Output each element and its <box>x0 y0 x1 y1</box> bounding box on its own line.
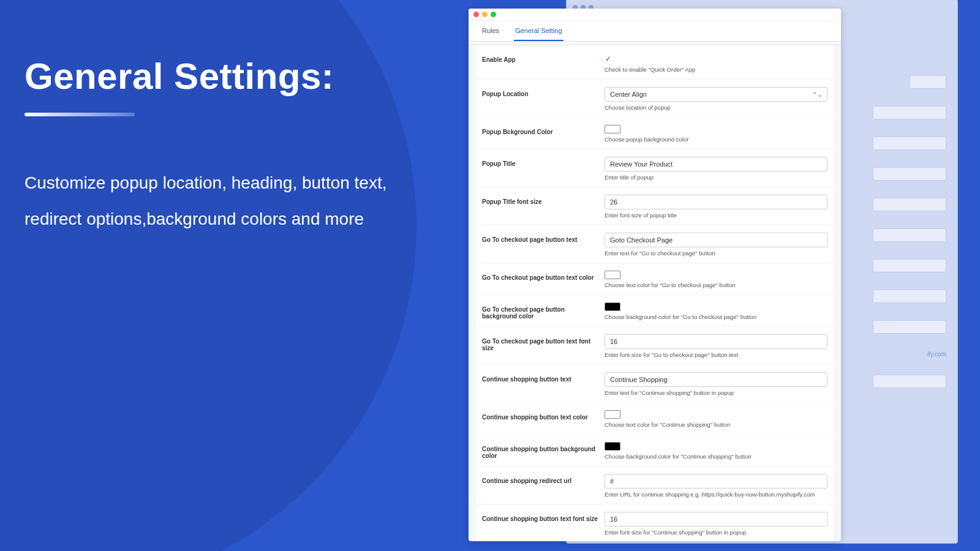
label-cont-text-color: Continue shopping button text color <box>482 410 605 421</box>
hint-goto-font-size: Enter font size for "Go to checkout page… <box>605 351 827 358</box>
label-goto-text: Go To checkout page button text <box>482 233 605 243</box>
hint-goto-bg-color: Choose background color for "Go to check… <box>605 313 827 320</box>
popup-title-input[interactable] <box>605 157 827 171</box>
window-close-icon[interactable] <box>473 12 479 17</box>
popup-title-size-input[interactable] <box>605 195 827 209</box>
cont-text-input[interactable] <box>605 372 827 387</box>
hero-underline <box>24 113 135 116</box>
hint-goto-text: Enter text for "Go to checkout page" but… <box>605 250 827 257</box>
hint-bg-color: Choose popup background color <box>605 136 827 143</box>
background-hint-text: ify.com <box>836 351 946 358</box>
hint-cont-text-color: Choose text color for "Continue shopping… <box>605 421 827 428</box>
enable-app-checkbox[interactable]: ✓ <box>605 55 612 62</box>
hint-cont-bg-color: Choose background color for "Continue sh… <box>605 453 827 460</box>
hint-cont-text: Enter text for "Continue shopping" butto… <box>605 389 827 396</box>
label-goto-text-color: Go To checkout page button text color <box>482 271 605 281</box>
hint-goto-text-color: Choose text color for "Go to checkout pa… <box>605 282 827 288</box>
tab-rules[interactable]: Rules <box>481 21 500 41</box>
app-window: Rules General Setting Enable App ✓ Check… <box>469 9 841 541</box>
popup-location-select[interactable]: Center Align ⌃⌄ <box>605 87 827 102</box>
chevron-updown-icon: ⌃⌄ <box>812 91 822 98</box>
label-bg-color: Popup Bckground Color <box>482 125 605 135</box>
hero-description: Customize popup location, heading, butto… <box>24 165 410 238</box>
label-cont-font-size: Continue shopping button text font size <box>482 512 605 522</box>
window-zoom-icon[interactable] <box>491 12 496 17</box>
hint-popup-title: Enter title of popup <box>605 174 827 181</box>
label-popup-title: Popup Title <box>482 157 605 167</box>
label-cont-bg-color: Continue shopping button background colo… <box>482 442 605 459</box>
popup-location-value: Center Align <box>610 91 647 98</box>
bg-color-swatch[interactable] <box>605 125 620 133</box>
tab-general-setting[interactable]: General Setting <box>514 21 563 41</box>
label-goto-font-size: Go To checkout page button text font siz… <box>482 334 605 351</box>
label-enable-app: Enable App <box>482 53 605 63</box>
hint-popup-title-size: Enter font size of popup title <box>605 212 827 219</box>
label-cont-redirect: Continue shopping redirect url <box>482 474 605 484</box>
window-minimize-icon[interactable] <box>482 12 488 17</box>
hint-cont-font-size: Enter font size for "Continue shopping" … <box>605 529 827 536</box>
hero-title: General Settings: <box>24 55 410 97</box>
label-goto-bg-color: Go To checkout page button background co… <box>482 302 605 320</box>
hint-popup-location: Choose location of popup <box>605 104 827 111</box>
cont-text-color-swatch[interactable] <box>605 410 620 419</box>
goto-font-size-input[interactable] <box>605 334 827 349</box>
label-cont-text: Continue shopping button text <box>482 372 605 383</box>
cont-font-size-input[interactable] <box>605 512 827 527</box>
goto-text-color-swatch[interactable] <box>605 271 620 279</box>
hint-cont-redirect: Enter URL for continue shopping e.g. htt… <box>605 491 827 498</box>
label-popup-location: Popup Location <box>482 87 605 97</box>
cont-bg-color-swatch[interactable] <box>605 442 620 451</box>
goto-text-input[interactable] <box>605 233 827 247</box>
label-popup-title-size: Popup Title font size <box>482 195 605 205</box>
hint-enable-app: Check to enable "Quick Order" App <box>605 66 827 73</box>
goto-bg-color-swatch[interactable] <box>605 302 620 311</box>
window-titlebar <box>469 9 841 21</box>
cont-redirect-input[interactable] <box>605 474 827 489</box>
